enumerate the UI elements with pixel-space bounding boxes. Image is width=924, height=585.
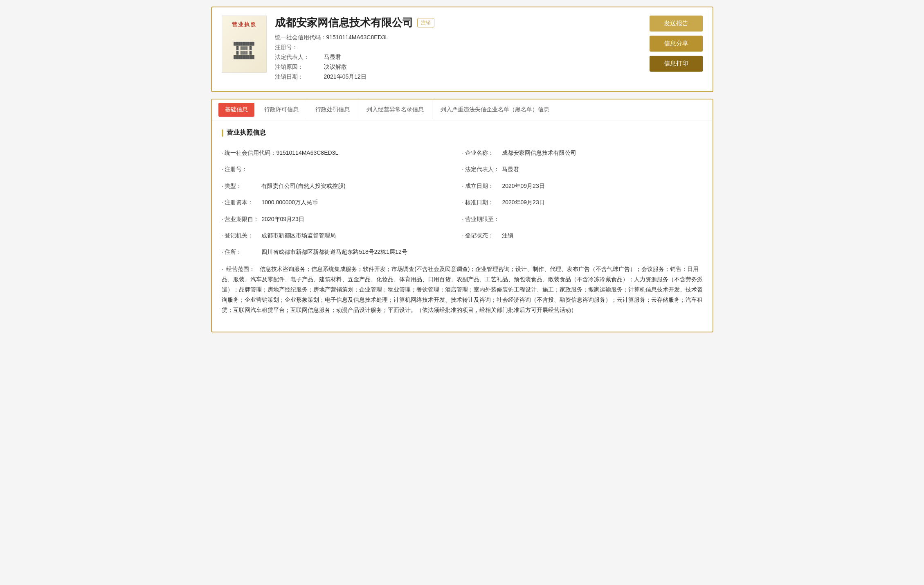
label-type: 类型： <box>225 181 261 190</box>
tab-admin-permit[interactable]: 行政许可信息 <box>256 100 307 119</box>
content-area: 营业执照信息 · 统一社会信用代码： 91510114MA63C8ED3L · … <box>212 120 713 332</box>
field-type: · 类型： 有限责任公司(自然人投资或控股) <box>222 178 462 194</box>
value-company-name: 成都安家网信息技术有限公司 <box>502 148 576 157</box>
label-approve-date: 核准日期： <box>465 198 502 207</box>
dot-0: · <box>222 148 223 157</box>
label-company-name: 企业名称： <box>465 148 502 157</box>
field-reg-no: · 注册号： <box>222 161 462 177</box>
main-card: 基础信息 行政许可信息 行政处罚信息 列入经营异常名录信息 列入严重违法失信企业… <box>211 99 713 332</box>
header-value-2: 马显君 <box>324 54 341 61</box>
label-legal-rep: 法定代表人： <box>465 165 502 174</box>
header-field-2: 法定代表人： 马显君 <box>275 54 641 61</box>
dot-r3: · <box>462 198 464 207</box>
field-biz-from: · 营业期限自： 2020年09月23日 <box>222 211 462 227</box>
field-legal-rep: · 法定代表人： 马显君 <box>462 161 703 177</box>
dot-3: · <box>222 198 223 207</box>
label-biz-to: 营业期限至： <box>465 215 502 224</box>
field-reg-status: · 登记状态： 注销 <box>462 227 703 244</box>
value-type: 有限责任公司(自然人投资或控股) <box>261 181 345 190</box>
tab-basic-info[interactable]: 基础信息 <box>218 103 254 117</box>
label-reg-authority: 登记机关： <box>225 231 261 240</box>
header-field-3: 注销原因： 决议解散 <box>275 63 641 71</box>
send-report-button[interactable]: 发送报告 <box>650 16 703 32</box>
value-address: 四川省成都市新都区新都街道马超东路518号22栋1层12号 <box>261 247 407 256</box>
value-legal-rep: 马显君 <box>502 165 519 174</box>
dot-r1: · <box>462 165 464 174</box>
label-biz-from: 营业期限自： <box>225 215 261 224</box>
dot-2: · <box>222 181 223 190</box>
field-reg-capital: · 注册资本： 1000.000000万人民币 <box>222 194 462 210</box>
tab-bar: 基础信息 行政许可信息 行政处罚信息 列入经营异常名录信息 列入严重违法失信企业… <box>212 99 713 120</box>
value-biz-scope: 信息技术咨询服务；信息系统集成服务；软件开发；市场调查(不含社会及民意调查)；企… <box>222 266 703 314</box>
header-label-4: 注销日期： <box>275 73 324 81</box>
field-company-name: · 企业名称： 成都安家网信息技术有限公司 <box>462 145 703 161</box>
header-info: 成都安家网信息技术有限公司 注销 统一社会信用代码： 91510114MA63C… <box>275 16 641 83</box>
header-value-0: 91510114MA63C8ED3L <box>326 34 389 41</box>
header-field-0: 统一社会信用代码： 91510114MA63C8ED3L <box>275 34 641 41</box>
tab-abnormal-list[interactable]: 列入经营异常名录信息 <box>358 100 432 119</box>
field-address: · 住所： 四川省成都市新都区新都街道马超东路518号22栋1层12号 <box>222 244 703 260</box>
value-biz-from: 2020年09月23日 <box>261 215 304 224</box>
status-badge: 注销 <box>417 18 434 27</box>
value-approve-date: 2020年09月23日 <box>502 198 544 207</box>
value-credit-code: 91510114MA63C8ED3L <box>276 148 338 157</box>
label-address: 住所： <box>225 247 261 256</box>
company-name: 成都安家网信息技术有限公司 <box>275 16 413 30</box>
field-biz-to: · 营业期限至： <box>462 211 703 227</box>
header-label-0: 统一社会信用代码： <box>275 34 326 41</box>
label-reg-capital: 注册资本： <box>225 198 261 207</box>
value-reg-capital: 1000.000000万人民币 <box>261 198 318 207</box>
header-label-2: 法定代表人： <box>275 54 324 61</box>
value-est-date: 2020年09月23日 <box>502 181 544 190</box>
info-grid: · 统一社会信用代码： 91510114MA63C8ED3L · 企业名称： 成… <box>222 145 703 319</box>
label-est-date: 成立日期： <box>465 181 502 190</box>
dot-biz: · <box>222 266 223 272</box>
dot-r4: · <box>462 215 464 224</box>
page-wrapper: 成都安家网信息技术有限公司 注销 统一社会信用代码： 91510114MA63C… <box>205 0 720 339</box>
header-card: 成都安家网信息技术有限公司 注销 统一社会信用代码： 91510114MA63C… <box>211 7 713 92</box>
header-field-4: 注销日期： 2021年05月12日 <box>275 73 641 81</box>
field-biz-scope: · 经营范围： 信息技术咨询服务；信息系统集成服务；软件开发；市场调查(不含社会… <box>222 260 703 319</box>
section-title: 营业执照信息 <box>222 129 703 137</box>
dot-r2: · <box>462 181 464 190</box>
dot-r0: · <box>462 148 464 157</box>
title-bar-decoration <box>222 129 223 137</box>
print-info-button[interactable]: 信息打印 <box>650 56 703 72</box>
label-reg-no: 注册号： <box>225 165 261 174</box>
field-est-date: · 成立日期： 2020年09月23日 <box>462 178 703 194</box>
value-reg-authority: 成都市新都区市场监督管理局 <box>261 231 336 240</box>
field-approve-date: · 核准日期： 2020年09月23日 <box>462 194 703 210</box>
tab-admin-penalty[interactable]: 行政处罚信息 <box>307 100 358 119</box>
dot-addr: · <box>222 247 223 256</box>
dot-r5: · <box>462 231 464 240</box>
header-buttons: 发送报告 信息分享 信息打印 <box>650 16 703 72</box>
field-credit-code: · 统一社会信用代码： 91510114MA63C8ED3L <box>222 145 462 161</box>
header-label-3: 注销原因： <box>275 63 324 71</box>
header-value-4: 2021年05月12日 <box>324 73 366 81</box>
tab-blacklist[interactable]: 列入严重违法失信企业名单（黑名单）信息 <box>432 100 558 119</box>
company-name-row: 成都安家网信息技术有限公司 注销 <box>275 16 641 30</box>
label-credit-code: 统一社会信用代码： <box>225 148 276 157</box>
dot-4: · <box>222 215 223 224</box>
share-info-button[interactable]: 信息分享 <box>650 36 703 52</box>
dot-1: · <box>222 165 223 174</box>
header-value-3: 决议解散 <box>324 63 347 71</box>
license-image <box>222 16 267 73</box>
label-biz-scope: 经营范围： <box>226 266 255 272</box>
header-label-1: 注册号： <box>275 44 324 51</box>
value-reg-status: 注销 <box>502 231 513 240</box>
header-field-1: 注册号： <box>275 44 641 51</box>
section-title-text: 营业执照信息 <box>227 129 266 137</box>
dot-5: · <box>222 231 223 240</box>
label-reg-status: 登记状态： <box>465 231 502 240</box>
field-reg-authority: · 登记机关： 成都市新都区市场监督管理局 <box>222 227 462 244</box>
